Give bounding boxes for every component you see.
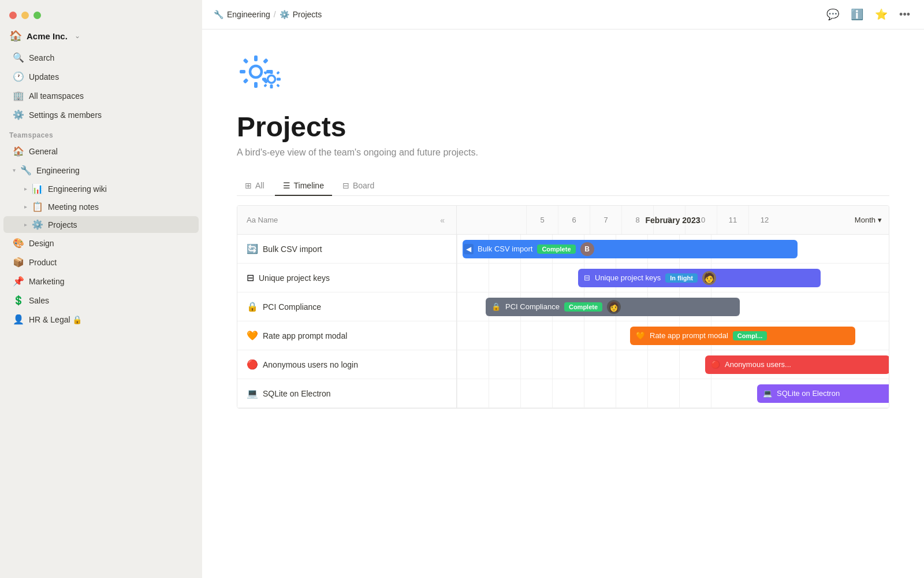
sidebar-item-meeting-notes-label: Meeting notes <box>48 202 189 212</box>
grid-row-rate-app: 🧡 Rate app prompt modal Compl... <box>457 321 889 350</box>
collapse-button[interactable]: « <box>438 213 447 227</box>
sidebar-item-projects[interactable]: ▸ ⚙️ Projects <box>3 216 199 233</box>
bulk-csv-name: Bulk CSV import <box>263 244 322 254</box>
breadcrumb-projects[interactable]: ⚙️ Projects <box>280 10 322 19</box>
breadcrumb: 🔧 Engineering / ⚙️ Projects <box>214 10 322 19</box>
timeline-bar-pci[interactable]: 🔒 PCI Compliance Complete 👩 <box>486 298 740 316</box>
bar-container-bulk-csv: ◀ Bulk CSV import Complete B <box>457 235 889 263</box>
sidebar-item-meeting-notes[interactable]: ▸ 📋 Meeting notes <box>3 198 199 215</box>
sidebar-item-design[interactable]: 🎨 Design <box>3 234 199 252</box>
grid-row-sqlite: 💻 SQLite on Electron <box>457 379 889 408</box>
timeline-bar-anonymous[interactable]: 🔴 Anonymous users... <box>705 355 889 374</box>
minimize-button[interactable] <box>21 12 29 19</box>
updates-icon: 🕐 <box>13 71 24 82</box>
bar-container-anonymous: 🔴 Anonymous users... <box>457 350 889 379</box>
tabs: ⊞ All ☰ Timeline ⊟ Board <box>237 176 889 196</box>
workspace-selector[interactable]: 🏠 Acme Inc. ⌄ <box>0 26 202 46</box>
settings-icon: ⚙️ <box>13 109 24 120</box>
bar-container-unique-keys: ⊟ Unique project keys In flight 🧑 <box>457 264 889 292</box>
sidebar-item-updates[interactable]: 🕐 Updates <box>3 68 199 86</box>
star-button[interactable]: ⭐ <box>873 6 890 23</box>
anonymous-name: Anonymous users no login <box>263 360 358 369</box>
timeline-dates-header: February 2023 Month ▾ 5 6 7 8 9 10 11 12 <box>457 206 889 235</box>
page-content: Projects A bird's-eye view of the team's… <box>202 29 924 578</box>
sidebar-item-sales[interactable]: 💲 Sales <box>3 291 199 309</box>
avatar-unique-keys: 🧑 <box>702 271 716 285</box>
sidebar-item-marketing-label: Marketing <box>29 277 189 286</box>
page-description: A bird's-eye view of the team's ongoing … <box>237 147 889 158</box>
grid-row-bulk-csv: ◀ Bulk CSV import Complete B <box>457 235 889 264</box>
timeline-bar-sqlite[interactable]: 💻 SQLite on Electron <box>757 384 889 403</box>
timeline-container: Aa Name « 🔄 Bulk CSV import ⊟ Unique pro… <box>237 205 889 409</box>
timeline-row-anonymous[interactable]: 🔴 Anonymous users no login <box>237 350 456 379</box>
svg-rect-6 <box>263 58 269 64</box>
avatar-bulk-csv: B <box>580 242 594 256</box>
svg-rect-5 <box>243 58 249 64</box>
timeline-row-pci[interactable]: 🔒 PCI Compliance <box>237 292 456 321</box>
wiki-icon: 📊 <box>32 183 43 194</box>
timeline-bar-bulk-csv[interactable]: ◀ Bulk CSV import Complete B <box>463 240 798 258</box>
sidebar-item-updates-label: Updates <box>29 72 189 81</box>
timeline-bar-rate-app[interactable]: 🧡 Rate app prompt modal Compl... <box>630 327 855 345</box>
avatar-pci: 👩 <box>607 300 621 314</box>
sidebar-item-search[interactable]: 🔍 Search <box>3 49 199 66</box>
design-icon: 🎨 <box>13 238 24 249</box>
sidebar-item-general[interactable]: 🏠 General <box>3 142 199 160</box>
sidebar-item-projects-label: Projects <box>48 220 189 229</box>
header-actions: 💬 ℹ️ ⭐ ••• <box>824 6 912 23</box>
rate-app-icon: 🧡 <box>247 330 258 341</box>
sidebar-item-engineering[interactable]: ▾ 🔧 Engineering <box>3 161 199 179</box>
sidebar-item-product-label: Product <box>29 258 189 267</box>
month-label: February 2023 <box>646 216 701 225</box>
bar-status-pci: Complete <box>564 302 602 312</box>
tab-board[interactable]: ⊟ Board <box>334 176 382 196</box>
pci-name: PCI Compliance <box>263 302 321 312</box>
sidebar-item-all-teamspaces[interactable]: 🏢 All teamspaces <box>3 87 199 105</box>
name-column-header: Aa Name <box>247 216 278 224</box>
close-button[interactable] <box>9 12 17 19</box>
maximize-button[interactable] <box>33 12 41 19</box>
bar-label-rate-app: Rate app prompt modal <box>650 331 728 340</box>
grid-row-unique-keys: ⊟ Unique project keys In flight 🧑 <box>457 264 889 292</box>
timeline-row-bulk-csv[interactable]: 🔄 Bulk CSV import <box>237 235 456 264</box>
info-button[interactable]: ℹ️ <box>848 6 866 23</box>
page-title: Projects <box>237 111 889 143</box>
unique-keys-name: Unique project keys <box>259 273 330 283</box>
breadcrumb-projects-icon: ⚙️ <box>280 10 289 19</box>
grid-row-pci: 🔒 PCI Compliance Complete 👩 <box>457 292 889 321</box>
breadcrumb-separator: / <box>274 10 276 19</box>
name-col-header-text: Aa Name <box>247 216 278 224</box>
sidebar-item-product[interactable]: 📦 Product <box>3 253 199 271</box>
timeline-names-header: Aa Name « <box>237 206 456 235</box>
meeting-notes-icon: 📋 <box>32 201 43 212</box>
sidebar-item-settings[interactable]: ⚙️ Settings & members <box>3 106 199 124</box>
sidebar-item-marketing[interactable]: 📌 Marketing <box>3 272 199 290</box>
bar-icon-rate-app: 🧡 <box>636 331 645 340</box>
marketing-icon: 📌 <box>13 276 24 287</box>
breadcrumb-engineering[interactable]: 🔧 Engineering <box>214 10 270 19</box>
bar-container-pci: 🔒 PCI Compliance Complete 👩 <box>457 292 889 321</box>
rate-app-name: Rate app prompt modal <box>263 331 347 340</box>
product-icon: 📦 <box>13 257 24 268</box>
bar-nav-btn-bulk-csv[interactable]: ◀ <box>464 244 474 254</box>
sidebar-item-hr-legal[interactable]: 👤 HR & Legal 🔒 <box>3 310 199 328</box>
timeline-row-unique-keys[interactable]: ⊟ Unique project keys <box>237 264 456 292</box>
date-cell-12: 12 <box>748 206 780 234</box>
sales-icon: 💲 <box>13 295 24 306</box>
date-cell-5: 5 <box>526 206 558 234</box>
sidebar-item-engineering-label: Engineering <box>36 166 189 175</box>
bulk-csv-icon: 🔄 <box>247 243 258 254</box>
comment-button[interactable]: 💬 <box>824 6 841 23</box>
timeline-row-rate-app[interactable]: 🧡 Rate app prompt modal <box>237 321 456 350</box>
sidebar-item-engineering-wiki[interactable]: ▸ 📊 Engineering wiki <box>3 180 199 197</box>
timeline-bar-unique-keys[interactable]: ⊟ Unique project keys In flight 🧑 <box>578 269 821 287</box>
timeline-row-sqlite[interactable]: 💻 SQLite on Electron <box>237 379 456 408</box>
tab-all[interactable]: ⊞ All <box>237 176 273 196</box>
search-icon: 🔍 <box>13 52 24 63</box>
unique-keys-icon: ⊟ <box>247 272 254 283</box>
grid-row-anonymous: 🔴 Anonymous users... <box>457 350 889 379</box>
month-selector-button[interactable]: Month ▾ <box>855 216 882 224</box>
tab-timeline[interactable]: ☰ Timeline <box>275 176 332 196</box>
more-button[interactable]: ••• <box>897 6 912 23</box>
bar-container-sqlite: 💻 SQLite on Electron <box>457 379 889 407</box>
